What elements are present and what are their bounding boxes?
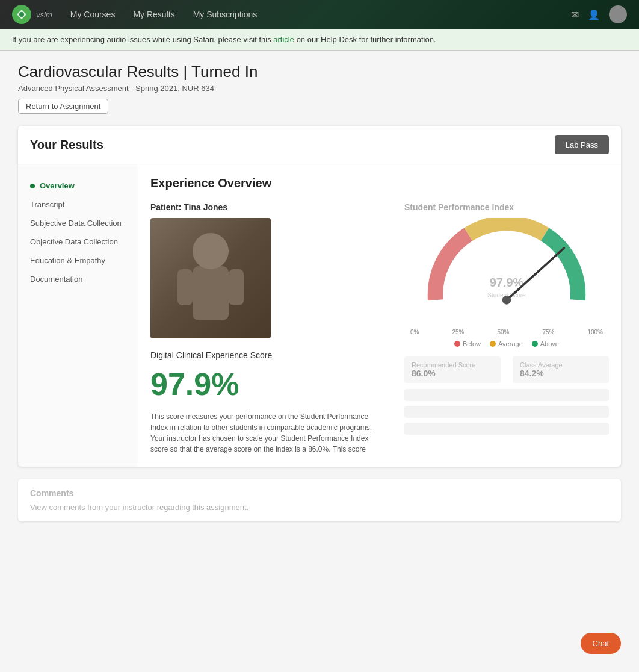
gauge-label-50: 50% xyxy=(497,329,509,335)
legend-dot-above xyxy=(532,341,538,347)
sidebar-label-objective: Objective Data Collection xyxy=(30,237,118,246)
sidebar-label-transcript: Transcript xyxy=(30,200,64,209)
nav-link-my-subscriptions[interactable]: My Subscriptions xyxy=(193,7,258,22)
comments-text: View comments from your instructor regar… xyxy=(30,503,609,512)
active-dot xyxy=(30,184,35,188)
svg-rect-1 xyxy=(193,266,229,320)
comments-card: Comments View comments from your instruc… xyxy=(18,479,621,521)
page-subtitle: Advanced Physical Assessment - Spring 20… xyxy=(18,84,621,93)
svg-point-0 xyxy=(19,12,24,17)
legend-dot-average xyxy=(490,341,496,347)
stat-box-recommended: Recommended Score 86.0% xyxy=(404,356,501,383)
blurred-row-1 xyxy=(404,389,609,401)
avatar[interactable] xyxy=(609,5,627,23)
legend-dot-below xyxy=(454,341,460,347)
sidebar-item-education[interactable]: Education & Empathy xyxy=(18,251,138,270)
alert-text-after: on our Help Desk for further information… xyxy=(297,35,436,44)
page-title: Cardiovascular Results | Turned In xyxy=(18,63,621,81)
legend-label-average: Average xyxy=(498,340,523,347)
results-card: Your Results Lab Pass Overview Transcrip… xyxy=(18,126,621,467)
nav-link-my-courses[interactable]: My Courses xyxy=(70,7,116,22)
svg-text:97.9%: 97.9% xyxy=(490,276,524,289)
overview-content: Patient: Tina Jones xyxy=(150,202,609,455)
gauge-label-0: 0% xyxy=(410,329,419,335)
results-body: Overview Transcript Subjective Data Coll… xyxy=(18,164,621,467)
main-panel: Experience Overview Patient: Tina Jones xyxy=(138,164,621,467)
chat-button[interactable]: Chat xyxy=(581,633,621,654)
stat-value-class-avg: 84.2% xyxy=(520,369,602,378)
svg-rect-4 xyxy=(229,269,244,305)
legend-item-average: Average xyxy=(490,340,523,347)
logo-icon xyxy=(12,5,31,24)
navbar: vsim My Courses My Results My Subscripti… xyxy=(0,0,639,29)
user-icon[interactable]: 👤 xyxy=(588,9,600,20)
legend-item-below: Below xyxy=(454,340,481,347)
sidebar-label-overview: Overview xyxy=(40,181,75,190)
patient-label: Patient: Tina Jones xyxy=(150,202,386,212)
nav-links: My Courses My Results My Subscriptions xyxy=(70,7,571,22)
return-to-assignment-button[interactable]: Return to Assignment xyxy=(18,99,108,114)
patient-figure-svg xyxy=(174,224,247,332)
stats-section: Recommended Score 86.0% Class Average 84… xyxy=(404,356,609,435)
gauge-labels: 0% 25% 50% 75% 100% xyxy=(404,329,609,335)
logo[interactable]: vsim xyxy=(12,5,52,24)
mail-icon[interactable]: ✉ xyxy=(571,9,579,20)
stat-label-recommended: Recommended Score xyxy=(412,361,493,369)
overview-right: Student Performance Index xyxy=(404,202,609,455)
sidebar-item-subjective[interactable]: Subjective Data Collection xyxy=(18,214,138,232)
page-content: Cardiovascular Results | Turned In Advan… xyxy=(0,51,639,672)
svg-text:Student Score: Student Score xyxy=(487,292,526,299)
gauge-container: 97.9% Student Score xyxy=(416,218,597,326)
sidebar-item-documentation[interactable]: Documentation xyxy=(18,270,138,288)
score-value: 97.9% xyxy=(150,366,386,402)
gauge-label-75: 75% xyxy=(542,329,554,335)
sidebar-item-transcript[interactable]: Transcript xyxy=(18,195,138,214)
blurred-row-3 xyxy=(404,423,609,435)
overview-left: Patient: Tina Jones xyxy=(150,202,386,455)
gauge-label-25: 25% xyxy=(452,329,464,335)
svg-point-2 xyxy=(193,233,229,269)
gauge-label-100: 100% xyxy=(587,329,603,335)
sidebar-label-subjective: Subjective Data Collection xyxy=(30,219,122,228)
alert-text-before: If you are are experiencing audio issues… xyxy=(12,35,271,44)
comments-title: Comments xyxy=(30,488,609,498)
patient-photo xyxy=(150,218,271,338)
alert-bar: If you are are experiencing audio issues… xyxy=(0,29,639,51)
legend-label-below: Below xyxy=(463,340,481,347)
logo-text: vsim xyxy=(36,10,52,19)
legend-row: Below Average Above xyxy=(404,340,609,347)
results-title: Your Results xyxy=(30,138,103,152)
legend-label-above: Above xyxy=(540,340,559,347)
stat-value-recommended: 86.0% xyxy=(412,369,493,378)
experience-overview-title: Experience Overview xyxy=(150,176,609,190)
sidebar-label-education: Education & Empathy xyxy=(30,256,105,265)
stat-label-class-avg: Class Average xyxy=(520,361,602,369)
gauge-title: Student Performance Index xyxy=(404,202,609,212)
sidebar-item-objective[interactable]: Objective Data Collection xyxy=(18,232,138,251)
sidebar-nav: Overview Transcript Subjective Data Coll… xyxy=(18,164,138,467)
legend-item-above: Above xyxy=(532,340,559,347)
blurred-row-2 xyxy=(404,406,609,418)
gauge-svg: 97.9% Student Score xyxy=(416,218,597,308)
lab-pass-button[interactable]: Lab Pass xyxy=(555,135,609,154)
results-header: Your Results Lab Pass xyxy=(18,126,621,164)
nav-right: ✉ 👤 xyxy=(571,5,627,23)
sidebar-item-overview[interactable]: Overview xyxy=(18,176,138,195)
score-label: Digital Clinical Experience Score xyxy=(150,350,386,360)
alert-link[interactable]: article xyxy=(273,35,294,44)
stat-box-class-avg: Class Average 84.2% xyxy=(513,356,609,383)
nav-link-my-results[interactable]: My Results xyxy=(133,7,174,22)
svg-rect-3 xyxy=(177,269,193,305)
stats-row: Recommended Score 86.0% Class Average 84… xyxy=(404,356,609,383)
sidebar-label-documentation: Documentation xyxy=(30,275,82,284)
score-description: This score measures your performance on … xyxy=(150,411,386,455)
